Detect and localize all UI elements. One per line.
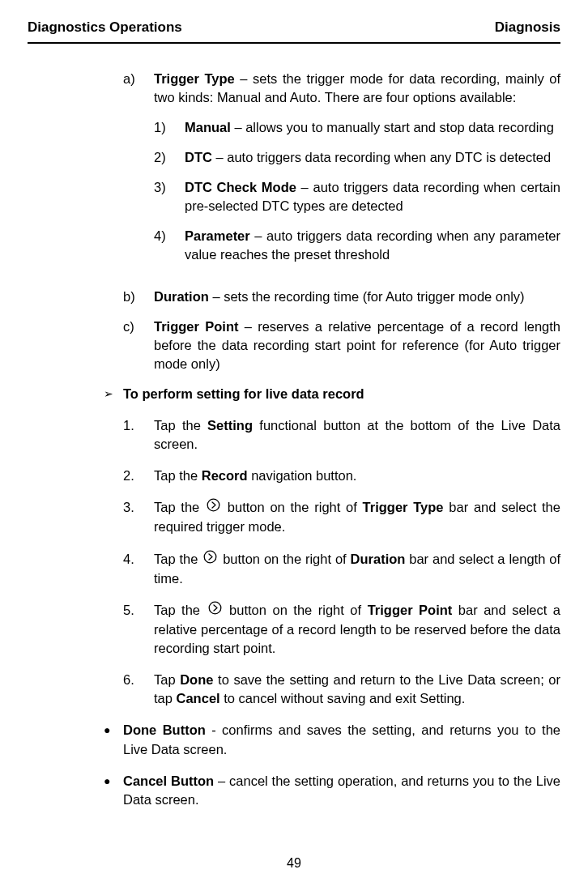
rest-b: – sets the recording time (for Auto trig… — [209, 289, 525, 304]
s6b2: Cancel — [177, 691, 220, 705]
header-right: Diagnosis — [495, 18, 560, 37]
marker-c: c) — [123, 318, 154, 373]
num-3-body: DTC Check Mode – auto triggers data reco… — [185, 178, 560, 215]
num-2-body: DTC – auto triggers data recording when … — [185, 148, 560, 167]
page-header: Diagnostics Operations Diagnosis — [28, 18, 560, 37]
arrow-icon: ➢ — [104, 385, 123, 403]
step-1-marker: 1. — [123, 416, 154, 454]
bullet-list: ● Done Button - confirms and saves the s… — [104, 721, 560, 808]
step-3: 3. Tap the button on the right of Trigge… — [123, 498, 560, 536]
num-2: 2) DTC – auto triggers data recording wh… — [154, 148, 560, 167]
header-left: Diagnostics Operations — [28, 18, 182, 37]
bullet-cancel: ● Cancel Button – cancel the setting ope… — [104, 772, 560, 809]
circle-right-icon — [207, 498, 220, 517]
svg-point-2 — [209, 602, 221, 614]
item-a: a) Trigger Type – sets the trigger mode … — [123, 70, 560, 276]
step-4-marker: 4. — [123, 550, 154, 588]
step-2-marker: 2. — [123, 467, 154, 485]
s4t2: button on the right of — [219, 552, 350, 566]
num-1-rest: – allows you to manually start and stop … — [231, 120, 554, 134]
num-list: 1) Manual – allows you to manually start… — [154, 118, 560, 265]
bullet-done-body: Done Button - confirms and saves the set… — [123, 721, 560, 758]
num-4-body: Parameter – auto triggers data recording… — [185, 227, 560, 264]
s3t1: Tap the — [154, 500, 205, 514]
svg-point-0 — [207, 500, 219, 512]
procedure-title: To perform setting for live data record — [123, 385, 560, 403]
num-3-bold: DTC Check Mode — [185, 180, 296, 194]
letter-list: a) Trigger Type – sets the trigger mode … — [123, 70, 560, 373]
step-6: 6. Tap Done to save the setting and retu… — [123, 671, 560, 708]
bullet-icon: ● — [104, 772, 123, 809]
bullet-cancel-body: Cancel Button – cancel the setting opera… — [123, 772, 560, 809]
item-c: c) Trigger Point – reserves a relative p… — [123, 318, 560, 373]
step-4-body: Tap the button on the right of Duration … — [154, 550, 560, 588]
s3b: Trigger Type — [363, 500, 444, 514]
step-4: 4. Tap the button on the right of Durati… — [123, 550, 560, 588]
circle-right-icon — [203, 550, 217, 569]
bullet-done: ● Done Button - confirms and saves the s… — [104, 721, 560, 758]
item-b: b) Duration – sets the recording time (f… — [123, 288, 560, 306]
step-1: 1. Tap the Setting functional button at … — [123, 416, 560, 454]
s2t1: Tap the — [154, 468, 202, 483]
num-2-bold: DTC — [185, 150, 212, 164]
s5t2: button on the right of — [224, 603, 368, 617]
s6b1: Done — [180, 672, 213, 687]
svg-point-1 — [204, 551, 216, 563]
circle-right-icon — [208, 601, 222, 620]
s2b: Record — [202, 468, 248, 483]
step-5: 5. Tap the button on the right of Trigge… — [123, 601, 560, 658]
procedure-heading: ➢ To perform setting for live data recor… — [104, 385, 560, 403]
step-2: 2. Tap the Record navigation button. — [123, 467, 560, 485]
step-3-marker: 3. — [123, 498, 154, 536]
header-divider — [28, 42, 560, 44]
s5t1: Tap the — [154, 603, 207, 617]
num-3: 3) DTC Check Mode – auto triggers data r… — [154, 178, 560, 215]
s1b: Setting — [207, 418, 253, 433]
num-4-bold: Parameter — [185, 228, 250, 243]
done-bold: Done Button — [123, 722, 206, 737]
num-3-marker: 3) — [154, 178, 185, 215]
step-1-body: Tap the Setting functional button at the… — [154, 416, 560, 454]
bullet-icon: ● — [104, 721, 123, 758]
num-2-rest: – auto triggers data recording when any … — [212, 150, 551, 164]
num-2-marker: 2) — [154, 148, 185, 167]
s6t1: Tap — [154, 672, 180, 687]
step-3-body: Tap the button on the right of Trigger T… — [154, 498, 560, 536]
s4t1: Tap the — [154, 552, 202, 566]
s2t2: navigation button. — [248, 468, 357, 483]
marker-b: b) — [123, 288, 154, 306]
s4b: Duration — [351, 552, 406, 566]
num-1-bold: Manual — [185, 120, 231, 134]
body-content: a) Trigger Type – sets the trigger mode … — [28, 70, 560, 809]
marker-a: a) — [123, 70, 154, 276]
num-4: 4) Parameter – auto triggers data record… — [154, 227, 560, 264]
num-1-body: Manual – allows you to manually start an… — [185, 118, 560, 137]
cancel-bold: Cancel Button — [123, 774, 214, 788]
step-5-marker: 5. — [123, 601, 154, 658]
page-number: 49 — [0, 855, 588, 872]
step-6-marker: 6. — [123, 671, 154, 708]
s6t3: to cancel without saving and exit Settin… — [220, 691, 466, 705]
step-6-body: Tap Done to save the setting and return … — [154, 671, 560, 708]
lead-a: Trigger Type — [154, 71, 235, 86]
num-4-marker: 4) — [154, 227, 185, 264]
body-a: Trigger Type – sets the trigger mode for… — [154, 70, 560, 276]
lead-c: Trigger Point — [154, 319, 238, 334]
body-c: Trigger Point – reserves a relative perc… — [154, 318, 560, 373]
s1t1: Tap the — [154, 418, 207, 433]
step-5-body: Tap the button on the right of Trigger P… — [154, 601, 560, 658]
step-list: 1. Tap the Setting functional button at … — [123, 416, 560, 708]
num-1: 1) Manual – allows you to manually start… — [154, 118, 560, 137]
lead-b: Duration — [154, 289, 209, 304]
step-2-body: Tap the Record navigation button. — [154, 467, 560, 485]
s5b: Trigger Point — [368, 603, 453, 617]
body-b: Duration – sets the recording time (for … — [154, 288, 560, 306]
s3t2: button on the right of — [222, 500, 363, 514]
num-1-marker: 1) — [154, 118, 185, 137]
